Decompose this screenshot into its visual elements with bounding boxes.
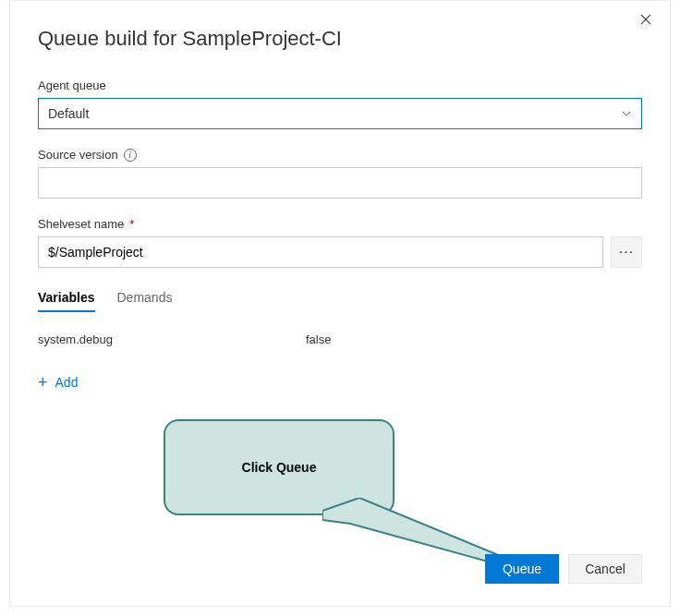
dialog-actions: Queue Cancel [485, 554, 642, 584]
annotation-callout: Click Queue [164, 419, 395, 515]
annotation-bubble: Click Queue [164, 419, 395, 515]
plus-icon: + [38, 374, 48, 391]
agent-queue-select[interactable]: Default [38, 98, 642, 129]
source-version-field: Source version i [38, 148, 642, 199]
source-version-label-row: Source version i [38, 148, 642, 162]
shelveset-field: Shelveset name * ··· [38, 217, 642, 268]
annotation-text: Click Queue [242, 460, 317, 475]
agent-queue-label: Agent queue [38, 79, 642, 92]
cancel-button[interactable]: Cancel [568, 554, 642, 584]
add-variable-button[interactable]: + Add [38, 374, 78, 391]
variables-list: system.debug false [38, 327, 642, 352]
source-version-input[interactable] [38, 167, 642, 199]
variable-value: false [306, 332, 642, 346]
tab-demands[interactable]: Demands [117, 290, 173, 312]
shelveset-input[interactable] [38, 236, 603, 268]
close-button[interactable] [635, 8, 657, 30]
info-icon[interactable]: i [124, 149, 137, 162]
dialog-title: Queue build for SampleProject-CI [38, 27, 642, 51]
chevron-down-icon [621, 108, 632, 119]
tab-variables[interactable]: Variables [38, 290, 95, 312]
close-icon [640, 13, 651, 26]
tabs: Variables Demands [38, 290, 642, 312]
agent-queue-value: Default [48, 106, 89, 121]
shelveset-label: Shelveset name [38, 217, 124, 231]
shelveset-label-row: Shelveset name * [38, 217, 642, 231]
agent-queue-field: Agent queue Default [38, 79, 642, 129]
queue-build-dialog: Queue build for SampleProject-CI Agent q… [9, 0, 671, 607]
ellipsis-icon: ··· [619, 244, 634, 260]
add-label: Add [55, 375, 79, 390]
required-asterisk: * [129, 217, 134, 231]
queue-button[interactable]: Queue [485, 554, 559, 584]
shelveset-browse-button[interactable]: ··· [611, 236, 642, 268]
variable-name: system.debug [38, 332, 306, 346]
variable-row: system.debug false [38, 327, 642, 352]
source-version-label: Source version [38, 148, 118, 162]
